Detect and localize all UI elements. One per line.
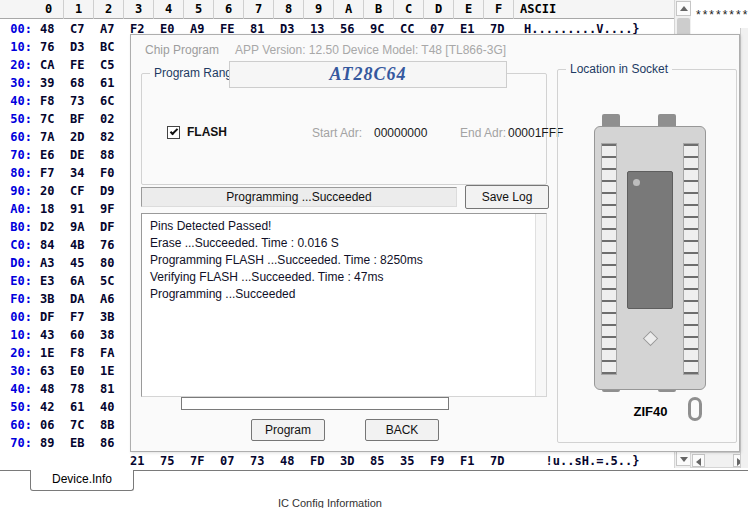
hex-byte[interactable]: 34 bbox=[70, 164, 96, 182]
scroll-up-button[interactable] bbox=[676, 1, 691, 16]
hex-byte[interactable]: F0 bbox=[100, 164, 126, 182]
hex-byte[interactable]: 86 bbox=[100, 434, 126, 452]
hex-byte[interactable]: F7 bbox=[70, 308, 96, 326]
hex-byte[interactable]: 82 bbox=[100, 128, 126, 146]
hex-byte[interactable]: 42 bbox=[40, 398, 66, 416]
hex-byte[interactable]: D3 bbox=[70, 38, 96, 56]
hex-byte[interactable]: 5C bbox=[100, 272, 126, 290]
hex-byte[interactable]: E0 bbox=[70, 362, 96, 380]
hex-byte[interactable]: 1E bbox=[100, 362, 126, 380]
hex-byte[interactable]: F1 bbox=[460, 452, 486, 470]
hex-byte[interactable]: D2 bbox=[40, 218, 66, 236]
hex-byte[interactable]: 3B bbox=[100, 308, 126, 326]
hex-byte[interactable]: 9F bbox=[100, 200, 126, 218]
hex-byte[interactable]: A7 bbox=[100, 20, 126, 38]
hex-byte[interactable]: 6A bbox=[70, 272, 96, 290]
hex-byte[interactable]: 07 bbox=[220, 452, 246, 470]
hex-byte[interactable]: F8 bbox=[70, 344, 96, 362]
hex-byte[interactable]: 84 bbox=[40, 236, 66, 254]
log-line: Programming FLASH ...Succeeded. Time : 8… bbox=[150, 252, 538, 269]
hex-byte[interactable]: 02 bbox=[100, 110, 126, 128]
hex-byte[interactable]: 61 bbox=[100, 74, 126, 92]
log-area[interactable]: Pins Detected Passed!Erase ...Succeeded.… bbox=[141, 213, 547, 397]
hex-byte[interactable]: F8 bbox=[40, 92, 66, 110]
scroll-down-button[interactable] bbox=[676, 451, 691, 466]
hex-byte[interactable]: FA bbox=[100, 344, 126, 362]
scroll-left-button[interactable] bbox=[692, 454, 705, 467]
log-scrollbar[interactable] bbox=[535, 214, 546, 396]
hex-byte[interactable]: 40 bbox=[100, 398, 126, 416]
hex-byte[interactable]: 21 bbox=[130, 452, 156, 470]
hex-byte[interactable]: DF bbox=[40, 308, 66, 326]
hex-byte[interactable]: 43 bbox=[40, 326, 66, 344]
hex-byte[interactable]: BF bbox=[70, 110, 96, 128]
hex-byte[interactable]: 1E bbox=[40, 344, 66, 362]
back-button[interactable]: BACK bbox=[365, 419, 439, 441]
hex-byte[interactable]: 18 bbox=[40, 200, 66, 218]
hex-byte[interactable]: 76 bbox=[40, 38, 66, 56]
hex-byte[interactable]: DE bbox=[70, 146, 96, 164]
hex-byte[interactable]: 06 bbox=[40, 416, 66, 434]
hex-byte[interactable]: 89 bbox=[40, 434, 66, 452]
hex-byte[interactable]: 61 bbox=[70, 398, 96, 416]
hex-byte[interactable]: 7C bbox=[40, 110, 66, 128]
hex-byte[interactable]: FD bbox=[310, 452, 336, 470]
hex-byte[interactable]: 68 bbox=[70, 74, 96, 92]
hex-byte[interactable]: C5 bbox=[100, 56, 126, 74]
hex-byte[interactable]: 63 bbox=[40, 362, 66, 380]
flash-checkbox[interactable] bbox=[167, 126, 180, 139]
hex-byte[interactable]: 7A bbox=[40, 128, 66, 146]
window-right-scrollbar[interactable] bbox=[740, 28, 748, 468]
hex-header-col: 8 bbox=[274, 0, 304, 19]
hex-byte[interactable]: D9 bbox=[100, 182, 126, 200]
hex-byte[interactable]: E6 bbox=[40, 146, 66, 164]
hex-byte[interactable]: 8B bbox=[100, 416, 126, 434]
hex-byte[interactable]: 6C bbox=[100, 92, 126, 110]
hex-byte[interactable]: DA bbox=[70, 290, 96, 308]
hex-byte[interactable]: E3 bbox=[40, 272, 66, 290]
hex-byte[interactable]: FE bbox=[70, 56, 96, 74]
hex-byte[interactable]: 76 bbox=[100, 236, 126, 254]
hex-byte[interactable]: BC bbox=[100, 38, 126, 56]
hex-byte[interactable]: F7 bbox=[40, 164, 66, 182]
hex-byte[interactable]: 48 bbox=[40, 20, 66, 38]
hex-byte[interactable]: 38 bbox=[100, 326, 126, 344]
hex-byte[interactable]: 75 bbox=[160, 452, 186, 470]
hex-byte[interactable]: 73 bbox=[250, 452, 276, 470]
hex-byte[interactable]: 35 bbox=[400, 452, 426, 470]
hex-byte[interactable]: DF bbox=[100, 218, 126, 236]
hex-byte[interactable]: 88 bbox=[100, 146, 126, 164]
hex-byte[interactable]: C7 bbox=[70, 20, 96, 38]
hex-byte[interactable]: 2D bbox=[70, 128, 96, 146]
hex-byte[interactable]: CF bbox=[70, 182, 96, 200]
hex-byte[interactable]: A6 bbox=[100, 290, 126, 308]
hex-byte[interactable]: 3D bbox=[340, 452, 366, 470]
hex-byte[interactable]: 91 bbox=[70, 200, 96, 218]
hex-byte[interactable]: 85 bbox=[370, 452, 396, 470]
hex-byte[interactable]: 7C bbox=[70, 416, 96, 434]
hex-byte[interactable]: EB bbox=[70, 434, 96, 452]
hex-byte[interactable]: 80 bbox=[100, 254, 126, 272]
hex-byte[interactable]: 9A bbox=[70, 218, 96, 236]
program-button[interactable]: Program bbox=[251, 419, 325, 441]
top-right-text: ******** bbox=[696, 8, 748, 22]
hex-byte[interactable]: 39 bbox=[40, 74, 66, 92]
hex-byte[interactable]: 48 bbox=[40, 380, 66, 398]
save-log-button[interactable]: Save Log bbox=[465, 185, 549, 209]
hex-byte[interactable]: CA bbox=[40, 56, 66, 74]
hex-byte[interactable]: 48 bbox=[280, 452, 306, 470]
hex-byte[interactable]: 20 bbox=[40, 182, 66, 200]
hex-byte[interactable]: A3 bbox=[40, 254, 66, 272]
dialog-title: Chip Program bbox=[145, 43, 219, 57]
tab-device-info[interactable]: Device.Info bbox=[30, 470, 134, 491]
hex-byte[interactable]: 3B bbox=[40, 290, 66, 308]
hex-byte[interactable]: 7D bbox=[490, 452, 516, 470]
hex-byte[interactable]: 7F bbox=[190, 452, 216, 470]
hex-byte[interactable]: F9 bbox=[430, 452, 456, 470]
hex-byte[interactable]: 45 bbox=[70, 254, 96, 272]
hex-byte[interactable]: 81 bbox=[100, 380, 126, 398]
hex-byte[interactable]: 78 bbox=[70, 380, 96, 398]
hex-byte[interactable]: 60 bbox=[70, 326, 96, 344]
hex-byte[interactable]: 73 bbox=[70, 92, 96, 110]
hex-byte[interactable]: 4B bbox=[70, 236, 96, 254]
